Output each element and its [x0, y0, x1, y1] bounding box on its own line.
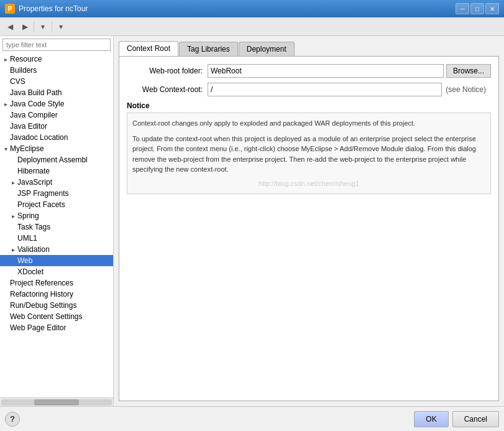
webcontext-row: Web Context-root: (see Notice): [127, 83, 491, 96]
tree-item[interactable]: Resource: [0, 53, 113, 65]
tree-item-label: MyEclipse: [10, 144, 44, 153]
tree-item[interactable]: Web: [0, 255, 113, 266]
tree-item[interactable]: Project References: [0, 277, 113, 289]
minimize-button[interactable]: ─: [456, 3, 469, 14]
title-bar: P Properties for ncTour ─ □ ✕: [0, 0, 504, 17]
tree-item-label: Web: [17, 256, 32, 265]
dialog-title: Properties for ncTour: [19, 4, 88, 13]
maximize-button[interactable]: □: [470, 3, 484, 14]
notice-line2: To update the context-root when this pro…: [132, 134, 485, 175]
tree-item[interactable]: CVS: [0, 76, 113, 87]
notice-box: Context-root changes only apply to explo…: [127, 113, 491, 194]
toolbar-separator: [34, 21, 34, 32]
tree-item[interactable]: JSP Fragments: [0, 188, 113, 199]
tree-item-label: UML1: [17, 234, 37, 243]
tab-context-root[interactable]: Context Root: [119, 41, 178, 56]
tree-item[interactable]: Java Compiler: [0, 109, 113, 121]
tree-item-label: CVS: [10, 77, 25, 86]
tree-arrow-icon: [2, 146, 9, 152]
tree-item[interactable]: JavaScript: [0, 177, 113, 188]
notice-title: Notice: [127, 101, 491, 110]
tree-item-label: Project References: [10, 279, 73, 287]
tree-item-label: Task Tags: [17, 223, 50, 231]
title-bar-left: P Properties for ncTour: [5, 4, 88, 14]
tree-item[interactable]: Java Code Style: [0, 98, 113, 109]
tree-item[interactable]: Spring: [0, 210, 113, 221]
tree-item-label: Run/Debug Settings: [10, 301, 76, 310]
tree-item-label: Java Editor: [10, 122, 47, 131]
tree-item[interactable]: Run/Debug Settings: [0, 300, 113, 311]
view-menu-button[interactable]: ▾: [53, 20, 68, 34]
notice-watermark: http://blog.csdn.net/chenrisheng1: [132, 178, 485, 189]
tree-item-label: Deployment Assembl: [17, 155, 88, 164]
ok-button[interactable]: OK: [414, 411, 448, 427]
notice-line1: Context-root changes only apply to explo…: [132, 118, 485, 129]
scroll-track: [1, 399, 112, 406]
tree-item[interactable]: Validation: [0, 244, 113, 255]
tree-arrow-icon: [2, 56, 9, 63]
tab-deployment[interactable]: Deployment: [239, 42, 295, 56]
tree-item-label: Validation: [17, 245, 50, 254]
left-panel: ResourceBuildersCVSJava Build PathJava C…: [0, 36, 114, 406]
webroot-row: Web-root folder: Browse...: [127, 64, 491, 78]
content-area: ResourceBuildersCVSJava Build PathJava C…: [0, 36, 504, 406]
tabs-bar: Context RootTag LibrariesDeployment: [119, 41, 499, 56]
dialog-body: ◀ ▶ ▾ ▾ ResourceBuildersCVSJava Build Pa…: [0, 17, 504, 431]
back-button[interactable]: ◀: [2, 20, 17, 34]
tree-item-label: Resource: [10, 55, 42, 63]
tree-item-label: Java Compiler: [10, 111, 58, 119]
tree-item-label: Web Page Editor: [10, 323, 66, 332]
tree-item[interactable]: Hibernate: [0, 165, 113, 177]
tree-item-label: XDoclet: [17, 267, 44, 276]
tree-item-label: Hibernate: [17, 167, 50, 175]
toolbar-separator2: [52, 21, 52, 32]
tree-item-label: Builders: [10, 66, 37, 75]
tree-item-label: Java Code Style: [10, 100, 64, 108]
webcontext-label: Web Context-root:: [127, 85, 208, 94]
tree-arrow-icon: [10, 213, 16, 220]
tree-item[interactable]: Builders: [0, 65, 113, 76]
tree-area: ResourceBuildersCVSJava Build PathJava C…: [0, 53, 113, 397]
forward-button[interactable]: ▶: [17, 20, 32, 34]
dropdown-button[interactable]: ▾: [35, 20, 50, 34]
webroot-input[interactable]: [208, 64, 444, 78]
browse-button[interactable]: Browse...: [446, 64, 491, 78]
tree-item-label: Spring: [17, 211, 39, 220]
toolbar: ◀ ▶ ▾ ▾: [0, 17, 504, 36]
tree-item[interactable]: XDoclet: [0, 266, 113, 277]
cancel-button[interactable]: Cancel: [452, 411, 499, 427]
tree-item[interactable]: Project Facets: [0, 199, 113, 210]
tree-item-label: JavaScript: [17, 178, 52, 187]
tree-item[interactable]: Java Build Path: [0, 87, 113, 98]
tree-item-label: Java Build Path: [10, 88, 62, 97]
tree-item[interactable]: MyEclipse: [0, 143, 113, 154]
bottom-left: ?: [5, 412, 410, 427]
tree-item-label: Javadoc Location: [10, 133, 68, 142]
filter-input[interactable]: [2, 39, 111, 51]
tab-content: Web-root folder: Browse... Web Context-r…: [119, 56, 499, 401]
tree-arrow-icon: [10, 179, 16, 186]
tree-item[interactable]: Task Tags: [0, 221, 113, 233]
tree-arrow-icon: [2, 101, 9, 108]
tab-tag-libraries[interactable]: Tag Libraries: [179, 42, 238, 56]
webcontext-input[interactable]: [208, 83, 442, 96]
tree-item-label: JSP Fragments: [17, 189, 68, 198]
bottom-area: ? OK Cancel: [0, 406, 504, 431]
tree-item[interactable]: Javadoc Location: [0, 132, 113, 143]
tree-item[interactable]: Web Content Settings: [0, 311, 113, 322]
window-controls: ─ □ ✕: [456, 3, 499, 14]
close-button[interactable]: ✕: [485, 3, 499, 14]
tree-item-label: Web Content Settings: [10, 312, 83, 321]
tree-item[interactable]: Java Editor: [0, 121, 113, 132]
tree-arrow-icon: [10, 246, 16, 253]
help-button[interactable]: ?: [5, 412, 20, 427]
tree-item[interactable]: Refactoring History: [0, 289, 113, 300]
tree-item[interactable]: UML1: [0, 233, 113, 244]
webroot-label: Web-root folder:: [127, 67, 208, 75]
tree-item[interactable]: Web Page Editor: [0, 322, 113, 333]
tree-item[interactable]: Deployment Assembl: [0, 154, 113, 165]
tree-item-label: Project Facets: [17, 200, 65, 209]
horizontal-scrollbar[interactable]: [0, 397, 113, 406]
tree-item-label: Refactoring History: [10, 290, 73, 299]
notice-section: Notice Context-root changes only apply t…: [127, 101, 491, 194]
